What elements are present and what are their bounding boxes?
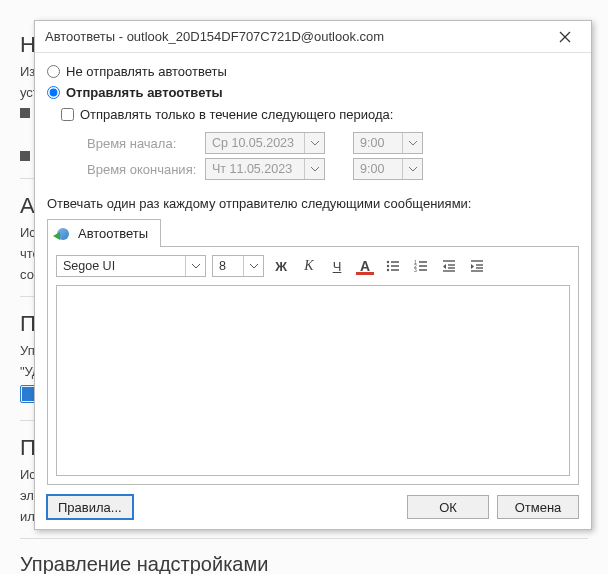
end-date-combo[interactable]: Чт 11.05.2023 <box>205 158 325 180</box>
underline-button[interactable]: Ч <box>326 255 348 277</box>
bullet-list-button[interactable] <box>382 255 404 277</box>
dialog-title: Автоответы - outlook_20D154DF707C721D@ou… <box>45 29 545 44</box>
start-date-combo[interactable]: Ср 10.05.2023 <box>205 132 325 154</box>
end-date-value: Чт 11.05.2023 <box>206 162 304 176</box>
bg-heading-addons: Управление надстройками <box>20 553 588 574</box>
autoreply-dialog: Автоответы - outlook_20D154DF707C721D@ou… <box>34 20 592 530</box>
titlebar: Автоответы - outlook_20D154DF707C721D@ou… <box>35 21 591 53</box>
rules-button[interactable]: Правила... <box>47 495 133 519</box>
tab-label: Автоответы <box>78 226 148 241</box>
radio-off-input[interactable] <box>47 65 60 78</box>
end-time-value: 9:00 <box>354 162 402 176</box>
checkbox-period[interactable] <box>61 108 74 121</box>
svg-text:3: 3 <box>414 267 417 273</box>
dialog-footer: Правила... ОК Отмена <box>35 485 591 529</box>
font-size-combo[interactable]: 8 <box>212 255 264 277</box>
chevron-down-icon <box>402 133 422 153</box>
radio-send[interactable]: Отправлять автоответы <box>47 85 579 100</box>
close-icon <box>559 31 571 43</box>
message-editor[interactable] <box>56 285 570 476</box>
color-bar-icon <box>356 272 374 275</box>
font-color-button[interactable]: А <box>354 255 376 277</box>
close-button[interactable] <box>545 23 585 51</box>
radio-do-not-send[interactable]: Не отправлять автоответы <box>47 64 579 79</box>
end-time-label: Время окончания: <box>87 162 197 177</box>
time-range-grid: Время начала: Ср 10.05.2023 9:00 Время о… <box>87 128 579 184</box>
globe-arrow-icon <box>54 225 72 243</box>
editor-panel: Segoe UI 8 Ж К Ч А 123 <box>47 247 579 485</box>
tab-bar: Автоответы <box>47 217 579 247</box>
font-size-value: 8 <box>213 259 243 273</box>
svg-point-2 <box>387 261 389 263</box>
numbered-list-icon: 123 <box>414 259 428 273</box>
end-time-combo[interactable]: 9:00 <box>353 158 423 180</box>
chevron-down-icon <box>185 256 205 276</box>
chevron-down-icon <box>243 256 263 276</box>
radio-off-label: Не отправлять автоответы <box>66 64 227 79</box>
chevron-down-icon <box>304 159 324 179</box>
chevron-down-icon <box>402 159 422 179</box>
checkbox-period-row[interactable]: Отправлять только в течение следующего п… <box>61 107 579 122</box>
font-family-combo[interactable]: Segoe UI <box>56 255 206 277</box>
radio-on-label: Отправлять автоответы <box>66 85 223 100</box>
chevron-down-icon <box>304 133 324 153</box>
svg-point-6 <box>387 269 389 271</box>
font-family-value: Segoe UI <box>57 259 185 273</box>
numbered-list-button[interactable]: 123 <box>410 255 432 277</box>
editor-toolbar: Segoe UI 8 Ж К Ч А 123 <box>56 255 570 277</box>
indent-icon <box>470 259 484 273</box>
start-time-label: Время начала: <box>87 136 197 151</box>
indent-button[interactable] <box>466 255 488 277</box>
start-date-value: Ср 10.05.2023 <box>206 136 304 150</box>
bold-button[interactable]: Ж <box>270 255 292 277</box>
svg-marker-23 <box>471 264 474 269</box>
bullet-icon <box>20 151 30 161</box>
start-time-combo[interactable]: 9:00 <box>353 132 423 154</box>
start-time-value: 9:00 <box>354 136 402 150</box>
reply-instruction: Отвечать один раз каждому отправителю сл… <box>47 196 579 211</box>
italic-button[interactable]: К <box>298 255 320 277</box>
radio-on-input[interactable] <box>47 86 60 99</box>
bullet-list-icon <box>386 259 400 273</box>
bullet-icon <box>20 108 30 118</box>
cancel-button[interactable]: Отмена <box>497 495 579 519</box>
outdent-button[interactable] <box>438 255 460 277</box>
outdent-icon <box>442 259 456 273</box>
checkbox-period-label: Отправлять только в течение следующего п… <box>80 107 393 122</box>
svg-marker-18 <box>443 264 446 269</box>
svg-point-4 <box>387 265 389 267</box>
tab-autoreplies[interactable]: Автоответы <box>47 219 161 247</box>
ok-button[interactable]: ОК <box>407 495 489 519</box>
